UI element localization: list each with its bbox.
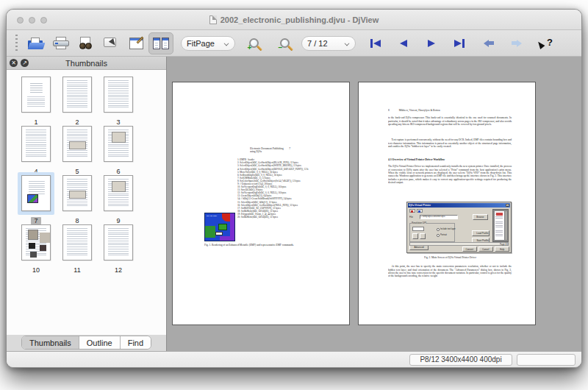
tab-outline[interactable]: Outline <box>79 336 121 349</box>
last-page-button[interactable] <box>448 33 470 54</box>
forward-icon <box>512 40 522 47</box>
zoom-out-button[interactable]: − <box>272 32 297 54</box>
print-button[interactable] <box>49 32 74 54</box>
dialog-page-strip: Page 1/1 <box>409 242 509 246</box>
thumbnail-number: 12 <box>115 266 122 274</box>
open-button[interactable] <box>24 32 49 54</box>
previous-page-button[interactable] <box>392 33 415 54</box>
status-bar: P8/12 3400x4400 400dpi <box>7 351 581 367</box>
dialog-title-bar: DjVu Virtual Printer x <box>408 203 510 208</box>
paragraph: The DjVu Virtual Printer Driver we imple… <box>388 165 512 204</box>
page-number: 8 <box>388 109 390 112</box>
running-head: Electronic Document Publishing using DjV… <box>250 147 331 159</box>
panel-float-icon[interactable]: ↗ <box>21 59 29 67</box>
thumbnail-page-5[interactable]: 5 <box>57 123 98 176</box>
close-window-button[interactable] <box>17 17 24 24</box>
thumbnail-image[interactable] <box>59 172 96 215</box>
running-head: 8 Mikheev, Vincent, Hawrylycz & Bottou <box>388 109 513 115</box>
next-page-button[interactable] <box>420 33 442 54</box>
document-view[interactable]: Electronic Document Publishing using DjV… <box>167 57 581 351</box>
document-proxy-icon <box>209 15 217 24</box>
thumbnail-image[interactable] <box>18 123 54 166</box>
thumbnail-page-12[interactable]: 12 <box>98 221 139 274</box>
paragraph: Text capture is performed concurrently, … <box>388 138 512 157</box>
thumbnail-image[interactable] <box>18 74 54 116</box>
thumbnail-image[interactable] <box>18 172 54 215</box>
title-bar[interactable]: 2002_electronic_publishing.djvu - DjView <box>7 10 581 30</box>
zoom-in-icon: + <box>249 38 259 48</box>
print-icon <box>53 37 69 49</box>
dialog-tabs <box>409 209 423 213</box>
page-8[interactable]: 8 Mikheev, Vincent, Hawrylycz & Bottou t… <box>358 82 536 325</box>
back-button[interactable] <box>478 33 500 54</box>
sidebar-toggle-button[interactable] <box>148 32 173 54</box>
thumbnail-image[interactable] <box>59 123 96 166</box>
panel-header: ✕ ↗ Thumbnails <box>7 57 166 70</box>
thumbnail-image[interactable] <box>59 221 96 264</box>
thumbnail-number: 10 <box>32 266 40 274</box>
dialog-browse-button: Browse <box>473 214 488 220</box>
thumbnail-image[interactable] <box>100 221 137 264</box>
figure-1-caption: Fig. 1. Rendering of an Enhanced Metafil… <box>204 244 333 249</box>
forward-button[interactable] <box>506 33 528 54</box>
minimize-window-button[interactable] <box>29 17 35 24</box>
thumbnail-image[interactable] <box>100 172 137 215</box>
first-page-icon <box>370 39 373 48</box>
app-window: 2002_electronic_publishing.djvu - DjView… <box>6 9 582 368</box>
section-heading: 4.3 Overview of Virtual Printer Driver W… <box>388 157 512 164</box>
dialog-preview-pane <box>492 209 509 242</box>
panel-tab-bar: Thumbnails Outline Find <box>7 335 166 351</box>
toolbar-drag-handle[interactable] <box>15 35 18 52</box>
emf-command-list: 1: EMFR+ header 2: SelectObject(hDC, Get… <box>237 158 331 279</box>
page-select[interactable]: 7 / 12 <box>301 36 356 51</box>
find-button[interactable] <box>74 32 98 54</box>
status-page-info: P8/12 3400x4400 400dpi <box>409 354 512 366</box>
back-icon <box>484 40 494 47</box>
zoom-mode-value: FitPage <box>187 39 215 48</box>
thumbnail-page-4[interactable]: 4 <box>15 123 57 176</box>
page-7[interactable]: Electronic Document Publishing using DjV… <box>172 82 350 325</box>
thumbnail-page-11[interactable]: 11 <box>57 221 98 274</box>
zoom-mode-select[interactable]: FitPage <box>181 36 235 51</box>
context-help-button[interactable]: ? <box>534 33 556 54</box>
thumbnail-page-6[interactable]: 6 <box>98 123 139 176</box>
tab-find[interactable]: Find <box>121 336 151 349</box>
zoom-window-button[interactable] <box>40 17 47 24</box>
window-title-group: 2002_electronic_publishing.djvu - DjView <box>209 15 379 24</box>
thumbnail-image[interactable] <box>100 123 137 166</box>
window-title: 2002_electronic_publishing.djvu - DjView <box>220 15 379 24</box>
zoom-in-button[interactable]: + <box>241 32 266 54</box>
panel-close-icon[interactable]: ✕ <box>10 59 18 67</box>
thumbnails-panel: ✕ ↗ Thumbnails 123456789101112 Thumbnail… <box>7 57 167 351</box>
thumbnail-page-8[interactable]: 8 <box>57 172 98 225</box>
tab-thumbnails[interactable]: Thumbnails <box>22 336 79 349</box>
chevron-down-icon <box>345 40 350 46</box>
select-button[interactable] <box>98 32 123 54</box>
next-page-icon <box>428 40 435 47</box>
dialog-button-row: Convert Cancel Help <box>462 247 509 252</box>
printer-dialog-figure: DjVu Virtual Printer x File C:\temp\djvu… <box>406 202 512 253</box>
thumbnail-page-2[interactable]: 2 <box>57 74 98 127</box>
thumbnail-page-10[interactable]: 10 <box>15 221 57 274</box>
annotate-button[interactable] <box>123 32 148 54</box>
figure-2-caption: Fig. 2. Main Screen of DjVu Virtual Prin… <box>397 256 503 262</box>
thumbnail-image[interactable] <box>100 74 137 116</box>
toolbar: FitPage + − 7 / 12 ? <box>7 30 581 57</box>
last-page-icon <box>454 40 462 47</box>
thumbnail-page-1[interactable]: 1 <box>15 74 57 127</box>
panel-title: Thumbnails <box>65 59 107 68</box>
page-number: 7 <box>289 147 290 153</box>
thumbnail-number: 11 <box>74 266 80 274</box>
thumbnail-image[interactable] <box>59 74 96 116</box>
first-page-button[interactable] <box>365 33 387 54</box>
dialog-close-icon: x <box>506 204 509 207</box>
edit-annotate-icon <box>129 38 143 49</box>
dialog-cancel-button: Cancel <box>478 247 493 252</box>
thumbnail-image[interactable] <box>18 221 54 264</box>
thumbnail-page-3[interactable]: 3 <box>98 74 139 127</box>
dialog-file-row: File C:\temp\djvu-converter.djvu <box>409 215 458 219</box>
thumbnail-page-7[interactable]: 7 <box>15 172 57 225</box>
chevron-down-icon <box>224 40 229 46</box>
select-icon <box>104 38 118 49</box>
thumbnail-page-9[interactable]: 9 <box>98 172 139 225</box>
